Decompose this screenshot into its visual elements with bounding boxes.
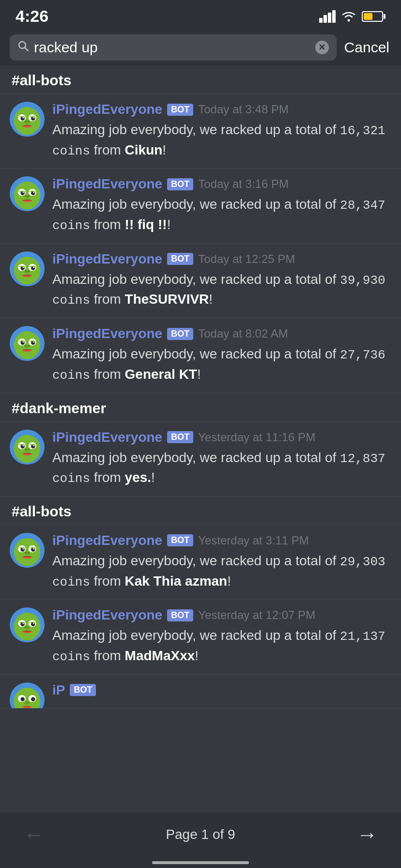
- message-content: iPingedEveryone BOT Today at 12:25 PM Am…: [52, 251, 391, 310]
- timestamp: Today at 3:16 PM: [198, 177, 289, 191]
- prev-page-button[interactable]: ←: [19, 822, 48, 847]
- svg-point-67: [23, 548, 24, 550]
- svg-point-23: [23, 192, 24, 193]
- status-icons: [319, 10, 386, 23]
- svg-point-79: [33, 623, 34, 624]
- search-input-wrapper[interactable]: racked up ✕: [10, 34, 337, 61]
- timestamp: Yesterday at 12:07 PM: [198, 608, 315, 622]
- username: iPingedEveryone: [52, 102, 162, 117]
- list-item: iPingedEveryone BOT Today at 3:16 PM Ama…: [0, 169, 401, 243]
- message-header: iPingedEveryone BOT Yesterday at 11:16 P…: [52, 430, 391, 445]
- svg-point-59: [25, 449, 27, 450]
- signal-icon: [319, 10, 336, 23]
- avatar: [10, 533, 45, 568]
- avatar: [10, 682, 45, 709]
- svg-rect-0: [319, 18, 323, 23]
- status-bar: 4:26: [0, 0, 401, 30]
- channel-header-all-bots-2: #all-bots: [0, 496, 401, 525]
- message-text: Amazing job everybody, we racked up a to…: [52, 448, 391, 488]
- search-results: #all-bots: [0, 65, 401, 767]
- message-header: iPingedEveryone BOT Today at 12:25 PM: [52, 251, 391, 267]
- username: iP: [52, 682, 65, 698]
- avatar: [10, 607, 45, 642]
- svg-point-45: [23, 341, 24, 343]
- cancel-button[interactable]: Cancel: [342, 39, 391, 56]
- message-header: iPingedEveryone BOT Today at 3:16 PM: [52, 176, 391, 192]
- channel-name-2: #dank-memer: [12, 400, 106, 416]
- search-bar: racked up ✕ Cancel: [0, 30, 401, 65]
- username: iPingedEveryone: [52, 533, 162, 548]
- bot-badge: BOT: [167, 431, 193, 443]
- list-item: iPingedEveryone BOT Today at 8:02 AM Ama…: [0, 318, 401, 393]
- username: iPingedEveryone: [52, 430, 162, 445]
- message-header: iPingedEveryone BOT Yesterday at 12:07 P…: [52, 607, 391, 623]
- bot-badge: BOT: [167, 328, 193, 340]
- search-input[interactable]: racked up: [34, 39, 310, 56]
- svg-rect-3: [332, 10, 336, 23]
- bot-badge: BOT: [167, 534, 193, 546]
- svg-point-35: [33, 266, 34, 268]
- svg-point-15: [25, 121, 27, 123]
- message-content: iPingedEveryone BOT Yesterday at 3:11 PM…: [52, 533, 391, 591]
- username: iPingedEveryone: [52, 607, 162, 623]
- battery-icon: [362, 11, 386, 22]
- page-indicator: Page 1 of 9: [166, 827, 235, 842]
- svg-point-13: [33, 117, 34, 119]
- avatar: [10, 430, 45, 465]
- message-text: Amazing job everybody, we racked up a to…: [52, 120, 391, 160]
- svg-point-24: [33, 192, 34, 193]
- list-item: iPingedEveryone BOT Yesterday at 11:16 P…: [0, 422, 401, 496]
- svg-point-87: [20, 697, 25, 701]
- svg-point-88: [31, 697, 35, 701]
- svg-point-70: [25, 552, 27, 553]
- message-text: Amazing job everybody, we racked up a to…: [52, 551, 391, 591]
- bot-badge: BOT: [167, 253, 193, 265]
- svg-line-5: [25, 48, 29, 51]
- svg-point-34: [23, 266, 24, 268]
- timestamp: Yesterday at 11:16 PM: [198, 431, 315, 444]
- timestamp: Today at 3:48 PM: [198, 103, 289, 116]
- svg-point-56: [23, 445, 24, 446]
- bottom-navigation: ← Page 1 of 9 →: [0, 813, 401, 868]
- list-item: iPingedEveryone BOT Today at 3:48 PM Ama…: [0, 94, 401, 169]
- message-header: iPingedEveryone BOT Today at 8:02 AM: [52, 326, 391, 341]
- timestamp: Today at 8:02 AM: [198, 327, 288, 341]
- message-content: iPingedEveryone BOT Today at 3:16 PM Ama…: [52, 176, 391, 235]
- status-time: 4:26: [15, 7, 48, 26]
- home-indicator: [152, 861, 249, 864]
- svg-point-82: [28, 627, 29, 628]
- bot-badge: BOT: [167, 178, 193, 190]
- next-page-button[interactable]: →: [353, 822, 382, 847]
- message-content: iPingedEveryone BOT Yesterday at 12:07 P…: [52, 607, 391, 666]
- svg-point-26: [25, 196, 27, 197]
- svg-point-71: [28, 552, 29, 553]
- wifi-icon: [340, 10, 357, 23]
- svg-point-57: [33, 445, 34, 446]
- channel-name-1: #all-bots: [12, 72, 71, 88]
- clear-search-button[interactable]: ✕: [315, 41, 329, 54]
- avatar: [10, 251, 45, 286]
- username: iPingedEveryone: [52, 176, 162, 192]
- svg-point-84: [14, 687, 41, 708]
- channel-header-dank-memer: #dank-memer: [0, 393, 401, 421]
- timestamp: Today at 12:25 PM: [198, 252, 295, 266]
- svg-point-89: [24, 701, 30, 704]
- message-header: iPingedEveryone BOT Yesterday at 3:11 PM: [52, 533, 391, 548]
- message-text: Amazing job everybody, we racked up a to…: [52, 626, 391, 666]
- username: iPingedEveryone: [52, 251, 162, 267]
- message-content: iPingedEveryone BOT Today at 8:02 AM Ama…: [52, 326, 391, 385]
- svg-point-38: [28, 270, 29, 272]
- svg-point-16: [28, 121, 29, 123]
- timestamp: Yesterday at 3:11 PM: [198, 534, 309, 547]
- svg-point-83: [16, 708, 37, 709]
- svg-point-27: [28, 196, 29, 197]
- list-item: iPingedEveryone BOT Today at 12:25 PM Am…: [0, 244, 401, 318]
- svg-point-49: [28, 345, 29, 347]
- username: iPingedEveryone: [52, 326, 162, 341]
- bot-badge: BOT: [167, 609, 193, 621]
- avatar: [10, 102, 45, 137]
- svg-point-12: [23, 117, 24, 119]
- message-header: iPingedEveryone BOT Today at 3:48 PM: [52, 102, 391, 117]
- message-text: Amazing job everybody, we racked up a to…: [52, 195, 391, 235]
- message-content: iP BOT: [52, 682, 391, 701]
